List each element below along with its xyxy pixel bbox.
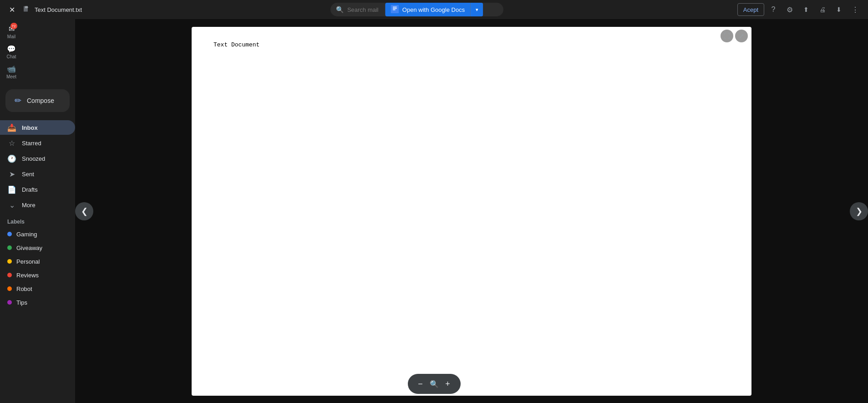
more-icon: ⋮	[852, 5, 859, 14]
print-button[interactable]: 🖨	[815, 2, 830, 17]
chat-label: Chat	[6, 54, 16, 59]
main-layout: ✉ 72 Mail 💬 Chat 📹 Meet ✏ Compose 📥 Inbo…	[0, 19, 868, 403]
personal-dot	[7, 259, 12, 264]
mail-nav[interactable]: ✉ 72 Mail	[5, 23, 17, 41]
search-icon: 🔍	[336, 6, 344, 13]
file-icon	[22, 5, 31, 14]
print-icon: 🖨	[819, 6, 826, 13]
more-label: More	[22, 202, 36, 209]
inbox-label: Inbox	[22, 124, 38, 131]
document-viewer: ⛶ ⤢ Text Document	[192, 27, 751, 396]
top-bar: ✕ Text Document.txt 🔍	[0, 0, 868, 19]
label-robot[interactable]: Robot	[0, 282, 75, 295]
sidebar: ✉ 72 Mail 💬 Chat 📹 Meet ✏ Compose 📥 Inbo…	[0, 19, 75, 403]
viewer-popout-button[interactable]: ⤢	[735, 30, 748, 42]
open-with-label: Open with Google Docs	[402, 6, 465, 13]
google-docs-icon	[391, 5, 399, 15]
zoom-search-icon: 🔍	[430, 380, 439, 388]
drafts-icon: 📄	[7, 185, 16, 194]
giveaway-dot	[7, 245, 12, 250]
acept-button[interactable]: Acept	[737, 3, 764, 16]
label-giveaway[interactable]: Giveaway	[0, 241, 75, 254]
next-nav-arrow[interactable]: ❯	[850, 202, 868, 220]
more-nav-icon: ⌄	[7, 201, 16, 209]
label-gaming[interactable]: Gaming	[0, 228, 75, 240]
modal-overlay: ⛶ ⤢ Text Document	[75, 19, 868, 403]
viewer-top-bar: ⛶ ⤢	[717, 27, 751, 45]
document-content: Text Document	[192, 27, 751, 396]
inbox-icon: 📥	[7, 123, 16, 132]
meet-icon: 📹	[7, 65, 16, 73]
zoom-toolbar: − 🔍 +	[408, 374, 461, 394]
document-text: Text Document	[213, 41, 730, 48]
prev-nav-arrow[interactable]: ❮	[75, 202, 93, 220]
chevron-down-icon: ▾	[476, 7, 478, 13]
svg-rect-2	[391, 5, 399, 13]
sidebar-item-inbox[interactable]: 📥 Inbox	[0, 120, 75, 135]
sidebar-item-starred[interactable]: ☆ Starred	[0, 136, 75, 150]
drafts-label: Drafts	[22, 186, 38, 193]
mail-label: Mail	[7, 34, 15, 39]
top-bar-right: Acept ? ⚙ ⬆ 🖨 ⬇ ⋮	[737, 2, 863, 17]
close-button[interactable]: ✕	[5, 3, 18, 16]
tips-label: Tips	[16, 299, 27, 306]
sent-icon: ➤	[7, 170, 16, 179]
reviews-label: Reviews	[16, 272, 39, 279]
giveaway-label: Giveaway	[16, 245, 42, 251]
reviews-dot	[7, 273, 12, 277]
content-area: ❮ ❯ ⛶ ⤢ Text Document	[75, 19, 868, 403]
tips-dot	[7, 300, 12, 305]
sent-label: Sent	[22, 171, 34, 178]
sidebar-item-sent[interactable]: ➤ Sent	[0, 167, 75, 181]
compose-icon: ✏	[15, 96, 21, 106]
file-title: Text Document.txt	[35, 6, 82, 13]
help-icon: ?	[772, 5, 776, 14]
download-icon: ⬇	[836, 6, 842, 13]
meet-nav[interactable]: 📹 Meet	[5, 63, 18, 81]
sidebar-item-snoozed[interactable]: 🕐 Snoozed	[0, 151, 75, 166]
personal-label: Personal	[16, 258, 40, 265]
snoozed-label: Snoozed	[22, 155, 45, 162]
download-button[interactable]: ⬇	[832, 2, 846, 17]
upload-button[interactable]: ⬆	[799, 2, 813, 17]
expand-icon: ⛶	[724, 32, 730, 40]
svg-rect-3	[392, 6, 396, 7]
open-with-group: Open with Google Docs ▾	[385, 3, 483, 16]
gaming-label: Gaming	[16, 231, 37, 238]
label-tips[interactable]: Tips	[0, 296, 75, 309]
top-bar-left: ✕ Text Document.txt	[5, 3, 96, 16]
svg-rect-4	[392, 8, 396, 9]
chevron-left-icon: ❮	[81, 206, 88, 216]
chevron-right-icon: ❯	[856, 206, 863, 216]
snoozed-icon: 🕐	[7, 154, 16, 163]
zoom-in-button[interactable]: +	[441, 377, 455, 391]
compose-label: Compose	[27, 97, 54, 104]
help-button[interactable]: ?	[766, 2, 781, 17]
label-reviews[interactable]: Reviews	[0, 269, 75, 281]
label-personal[interactable]: Personal	[0, 255, 75, 268]
popout-icon: ⤢	[739, 32, 744, 40]
chat-icon: 💬	[7, 45, 16, 53]
meet-label: Meet	[6, 74, 16, 79]
robot-label: Robot	[16, 286, 32, 292]
sidebar-item-more[interactable]: ⌄ More	[0, 198, 75, 212]
settings-button[interactable]: ⚙	[782, 2, 797, 17]
chat-nav[interactable]: 💬 Chat	[5, 43, 18, 61]
robot-dot	[7, 286, 12, 291]
open-with-dropdown-button[interactable]: ▾	[470, 3, 483, 16]
starred-icon: ☆	[7, 139, 16, 148]
viewer-expand-button[interactable]: ⛶	[721, 30, 733, 42]
labels-header: Labels	[0, 213, 75, 227]
settings-icon: ⚙	[787, 5, 793, 14]
mail-badge: 72	[10, 23, 17, 29]
zoom-out-button[interactable]: −	[413, 377, 428, 391]
open-with-button[interactable]: Open with Google Docs	[385, 3, 470, 16]
sidebar-item-drafts[interactable]: 📄 Drafts	[0, 182, 75, 197]
gaming-dot	[7, 232, 12, 236]
compose-button[interactable]: ✏ Compose	[5, 89, 70, 112]
upload-icon: ⬆	[803, 6, 809, 13]
starred-label: Starred	[22, 140, 41, 147]
svg-rect-5	[392, 9, 395, 10]
more-options-button[interactable]: ⋮	[848, 2, 863, 17]
